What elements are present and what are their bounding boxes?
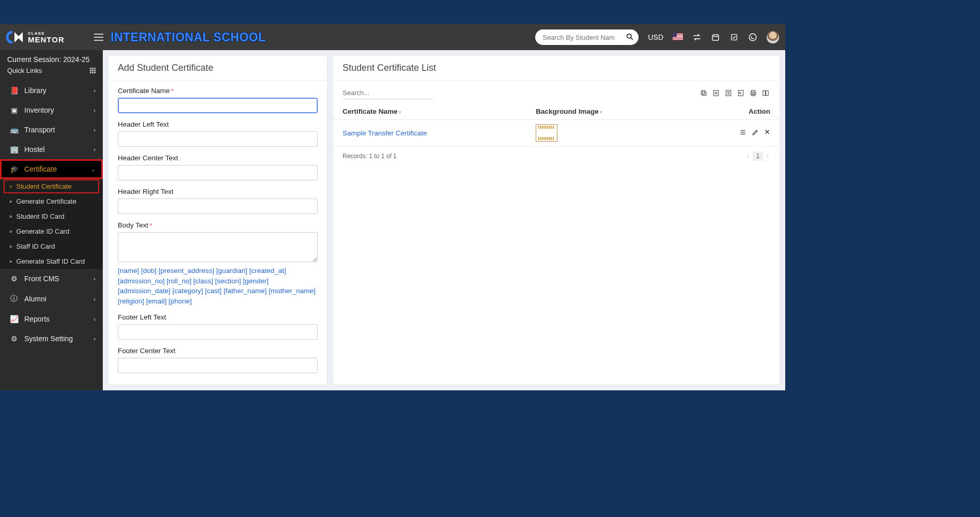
header-center-label: Header Center Text [118,154,318,162]
body-input[interactable] [118,232,318,262]
nav-inventory[interactable]: ▣Inventory‹ [0,100,103,120]
nav-certificate-submenu: »Student Certificate »Generate Certifica… [0,180,103,269]
header-center-input[interactable] [118,165,318,180]
nav-hostel[interactable]: 🏢Hostel‹ [0,140,103,159]
nav-reports-label: Reports [24,315,50,323]
nav-alumni[interactable]: ⓘAlumni‹ [0,288,103,309]
logo-icon [6,30,27,44]
sidebar: Current Session: 2024-25 Quick Links 📕Li… [0,50,103,390]
certname-label: Certificate Name [118,87,318,95]
nav-frontcms[interactable]: ⚙Front CMS‹ [0,269,103,288]
gears-icon: ⚙ [9,334,19,343]
nav-certificate[interactable]: 🎓Certificate⌄ [0,159,103,179]
swap-icon[interactable] [692,33,702,42]
subnav-label: Generate Staff ID Card [17,257,85,265]
footer-left-input[interactable] [118,324,318,340]
grid-icon [90,68,96,73]
nav-alumni-label: Alumni [24,295,46,303]
nav-library[interactable]: 📕Library‹ [0,81,103,100]
nav-system-label: System Setting [24,334,73,343]
certificate-link[interactable]: Sample Transfer Certificate [343,129,427,137]
whatsapp-icon[interactable] [748,33,757,42]
svg-rect-6 [732,35,737,40]
list-search-input[interactable] [343,87,433,99]
bottom-banner [0,390,785,414]
main-content: Add Student Certificate Certificate Name… [103,50,785,390]
nav-certificate-label: Certificate [24,165,57,173]
excel-icon[interactable] [711,88,721,98]
nav-library-label: Library [24,86,46,95]
footer-center-label: Footer Center Text [118,347,318,355]
session-label: Current Session: 2024-25 [0,50,103,65]
export-toolbar [699,88,770,98]
quick-links[interactable]: Quick Links [0,65,103,81]
chevron-double-icon: » [9,184,12,189]
background-thumbnail [536,124,557,142]
svg-point-0 [627,34,631,38]
student-search-input[interactable] [542,34,624,41]
header-left-input[interactable] [118,131,318,147]
book-icon: 📕 [9,86,19,95]
nav-transport-label: Transport [24,126,55,134]
pdf-icon[interactable] [736,88,745,98]
subnav-label: Staff ID Card [17,242,55,250]
menu-toggle-button[interactable] [94,34,103,41]
nav-frontcms-label: Front CMS [24,275,59,283]
subnav-student-certificate[interactable]: »Student Certificate [4,180,99,193]
header-right-input[interactable] [118,199,318,214]
chart-icon: 📈 [9,315,19,323]
chevron-double-icon: » [9,258,12,264]
subnav-generate-id[interactable]: »Generate ID Card [0,224,103,239]
edit-icon[interactable] [752,129,759,138]
page-current[interactable]: 1 [753,151,764,161]
calendar-icon[interactable] [711,33,720,42]
alumni-icon: ⓘ [9,294,19,303]
nav-reports[interactable]: 📈Reports‹ [0,309,103,329]
nav-system[interactable]: ⚙System Setting‹ [0,329,103,348]
chevron-down-icon: ⌄ [91,166,96,173]
certificate-list-card: Student Certificate List Certificate Na [333,55,780,385]
svg-point-7 [749,34,756,41]
subnav-generate-certificate[interactable]: »Generate Certificate [0,194,103,209]
col-background[interactable]: Background Image [526,103,687,120]
form-title: Add Student Certificate [108,56,327,81]
app-logo[interactable]: CLASSMENTOR [6,30,94,44]
certificate-icon: 🎓 [9,165,19,173]
search-icon[interactable] [624,33,636,42]
nav-inventory-label: Inventory [24,106,54,114]
chevron-double-icon: » [9,244,12,249]
footer-center-input[interactable] [118,358,318,373]
subnav-staff-id[interactable]: »Staff ID Card [0,239,103,254]
logo-label-big: MENTOR [28,36,65,43]
col-certname[interactable]: Certificate Name [333,103,526,120]
svg-rect-2 [712,35,719,40]
page-prev[interactable]: ‹ [745,153,751,159]
chevron-double-icon: » [9,199,12,204]
app-header: CLASSMENTOR INTERNATIONAL SCHOOL USD [0,24,785,50]
subnav-generate-staff-id[interactable]: »Generate Staff ID Card [0,254,103,269]
nav-transport[interactable]: 🚌Transport‹ [0,120,103,140]
svg-rect-8 [703,92,706,96]
records-label: Records: 1 to 1 of 1 [343,153,397,160]
chevron-left-icon: ‹ [94,336,96,342]
svg-line-1 [631,37,633,39]
view-icon[interactable] [739,129,746,138]
language-flag[interactable] [673,33,683,42]
page-next[interactable]: › [765,153,770,159]
svg-rect-20 [766,90,769,95]
copy-icon[interactable] [699,88,708,98]
certname-input[interactable] [118,98,318,113]
task-icon[interactable] [729,33,739,42]
columns-icon[interactable] [761,88,770,98]
user-avatar[interactable] [767,31,779,43]
chevron-double-icon: » [9,214,12,219]
header-right-label: Header Right Text [118,188,318,195]
student-search[interactable] [535,29,639,45]
body-label: Body Text [118,221,318,229]
csv-icon[interactable] [724,88,733,98]
currency-selector[interactable]: USD [648,33,663,41]
delete-icon[interactable] [764,129,770,138]
print-icon[interactable] [749,88,758,98]
subnav-student-id[interactable]: »Student ID Card [0,209,103,224]
top-banner [0,0,785,24]
